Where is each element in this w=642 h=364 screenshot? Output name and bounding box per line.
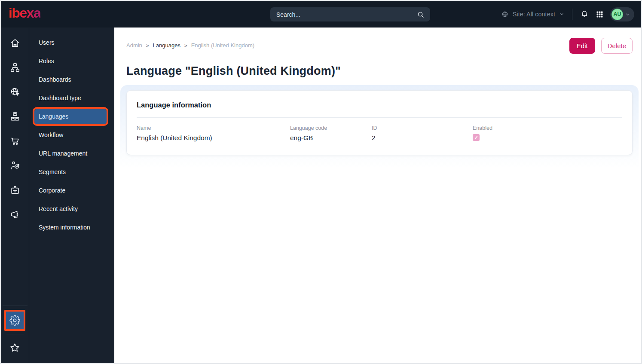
page-actions: Edit Delete <box>569 38 633 54</box>
search-icon[interactable] <box>416 10 425 19</box>
rail-divider <box>6 334 24 334</box>
customer-portal-icon[interactable] <box>6 180 24 199</box>
breadcrumb-current: English (United Kingdom) <box>191 42 254 49</box>
field-value: English (United Kingdom) <box>137 134 290 142</box>
site-context-selector[interactable]: Site: All context <box>501 10 565 18</box>
sidebar-item-languages[interactable]: Languages <box>34 109 107 124</box>
global-search[interactable] <box>270 7 430 21</box>
field-label: Name <box>137 125 290 131</box>
content-tree-icon[interactable] <box>6 58 24 77</box>
sidebar-item-recent-activity[interactable]: Recent activity <box>34 201 107 217</box>
field-label: Enabled <box>473 125 492 131</box>
breadcrumb-separator: > <box>146 43 149 48</box>
personalization-icon[interactable] <box>6 156 24 175</box>
sidebar-item-users[interactable]: Users <box>34 35 107 50</box>
rail-divider <box>3 306 28 306</box>
product-catalog-icon[interactable] <box>6 107 24 126</box>
home-icon[interactable] <box>6 34 24 52</box>
avatar[interactable]: AU <box>611 9 623 20</box>
sidebar-item-roles[interactable]: Roles <box>34 53 107 69</box>
bookmarks-star-icon[interactable] <box>6 338 24 357</box>
chevron-down-icon <box>559 11 565 17</box>
field-id: ID 2 <box>372 125 473 142</box>
user-menu[interactable]: AU <box>610 7 634 21</box>
field-language-code: Language code eng-GB <box>290 125 372 142</box>
topbar-divider <box>572 9 572 20</box>
breadcrumb-separator: > <box>184 43 187 48</box>
field-enabled: Enabled <box>473 125 492 142</box>
breadcrumb-languages-link[interactable]: Languages <box>153 42 180 49</box>
sidebar-item-segments[interactable]: Segments <box>34 164 107 180</box>
icon-rail-bottom <box>3 304 28 357</box>
settings-annotation-highlight <box>4 310 25 331</box>
breadcrumb-admin: Admin <box>126 42 142 49</box>
sidebar-item-url-management[interactable]: URL management <box>34 146 107 161</box>
sidebar-item-system-information[interactable]: System information <box>34 220 107 235</box>
sidebar-item-dashboards[interactable]: Dashboards <box>34 72 107 87</box>
topbar-right: Site: All context <box>501 7 634 21</box>
commerce-cart-icon[interactable] <box>6 132 24 150</box>
field-value: 2 <box>372 134 473 142</box>
field-value: eng-GB <box>290 134 372 142</box>
card-title: Language information <box>137 101 622 109</box>
icon-rail <box>1 28 29 363</box>
chevron-down-icon <box>625 12 630 17</box>
content-band: Language information Name English (Unite… <box>120 85 639 183</box>
field-label: ID <box>372 125 473 131</box>
page-title: Language "English (United Kingdom)" <box>114 64 641 78</box>
site-globe-icon[interactable] <box>6 83 24 101</box>
main-content: Admin > Languages > English (United King… <box>114 28 641 363</box>
settings-gear-icon[interactable] <box>9 315 20 326</box>
card-divider <box>137 117 622 118</box>
admin-sidebar: Users Roles Dashboards Dashboard type La… <box>29 28 114 363</box>
edit-button[interactable]: Edit <box>569 38 595 54</box>
notifications-bell-icon[interactable] <box>580 9 589 19</box>
breadcrumb: Admin > Languages > English (United King… <box>126 42 254 49</box>
globe-icon <box>501 10 509 18</box>
sidebar-item-workflow[interactable]: Workflow <box>34 127 107 143</box>
language-information-card: Language information Name English (Unite… <box>126 90 633 155</box>
app-grid-icon[interactable] <box>595 10 604 19</box>
enabled-checkbox <box>473 134 480 141</box>
site-context-label: Site: All context <box>513 11 555 18</box>
sidebar-item-corporate[interactable]: Corporate <box>34 183 107 198</box>
search-input[interactable] <box>276 11 416 18</box>
topbar: ibexa Site: All context <box>1 1 641 28</box>
field-name: Name English (United Kingdom) <box>137 125 290 142</box>
field-label: Language code <box>290 125 372 131</box>
marketing-megaphone-icon[interactable] <box>6 205 24 224</box>
app-window: ibexa Site: All context <box>0 0 642 364</box>
sidebar-item-dashboard-type[interactable]: Dashboard type <box>34 90 107 106</box>
delete-button[interactable]: Delete <box>601 38 633 54</box>
ibexa-logo[interactable]: ibexa <box>9 6 40 22</box>
